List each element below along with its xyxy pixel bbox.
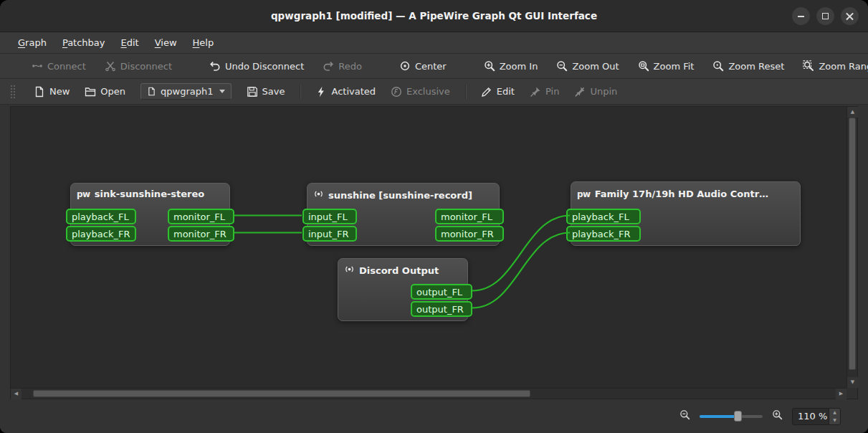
graph-canvas[interactable]: pw sink-sunshine-stereo playback_FL play…	[11, 107, 846, 388]
port-playback-fl[interactable]: playback_FL	[66, 209, 136, 224]
menu-item-help[interactable]: Help	[185, 32, 222, 53]
toolbar-handle[interactable]	[10, 85, 16, 99]
minimize-button[interactable]	[792, 7, 810, 25]
button-label: New	[49, 86, 70, 97]
undo-icon	[209, 60, 221, 72]
edit-toggle[interactable]: Edit	[481, 86, 515, 97]
scroll-down-button[interactable]: ▼	[847, 377, 858, 388]
port-output-fl[interactable]: output_FL	[411, 284, 472, 300]
port-input-fr[interactable]: input_FR	[302, 226, 357, 242]
button-label: Zoom Reset	[728, 61, 784, 72]
node-discord-output[interactable]: Discord Output output_FL output_FR	[338, 258, 468, 321]
vertical-scrollbar-thumb[interactable]	[849, 118, 856, 370]
button-label: Exclusive	[406, 86, 450, 97]
spin-up-button[interactable]: ▲	[829, 409, 840, 417]
zoom-fit-button[interactable]: Zoom Fit	[638, 60, 695, 72]
activated-toggle[interactable]: Activated	[315, 86, 376, 97]
zoom-slider-fill	[700, 415, 736, 418]
exclusive-icon	[391, 86, 402, 97]
zoom-range-icon	[803, 60, 814, 72]
node-header: pw sink-sunshine-stereo	[71, 184, 229, 199]
menu-label: iew	[161, 37, 176, 48]
vertical-scrollbar-track[interactable]	[847, 118, 857, 377]
node-title: Family 17h/19h HD Audio Contr…	[595, 189, 768, 199]
connections-layer	[11, 107, 846, 388]
zoom-out-icon[interactable]	[679, 409, 690, 423]
exclusive-toggle[interactable]: Exclusive	[391, 86, 450, 97]
node-sunshine-record[interactable]: sunshine [sunshine-record] input_FL inpu…	[307, 183, 500, 246]
port-input-fl[interactable]: input_FL	[302, 209, 357, 224]
horizontal-scrollbar[interactable]: ◀ ▶	[11, 388, 846, 399]
port-playback-fr[interactable]: playback_FR	[566, 226, 641, 242]
menu-label: H	[193, 37, 200, 48]
spin-down-button[interactable]: ▼	[829, 417, 840, 424]
port-playback-fr[interactable]: playback_FR	[66, 226, 136, 242]
save-icon	[247, 86, 258, 97]
horizontal-scrollbar-thumb[interactable]	[33, 390, 530, 397]
node-sink-sunshine-stereo[interactable]: pw sink-sunshine-stereo playback_FL play…	[70, 183, 230, 246]
maximize-button[interactable]	[816, 7, 834, 25]
connect-button[interactable]: Connect	[32, 60, 86, 72]
redo-icon	[323, 60, 334, 72]
menu-bar: Graph Patchbay Edit View Help	[0, 32, 868, 54]
button-label: Unpin	[590, 86, 617, 97]
patchbay-selector-combo[interactable]: qpwgraph1	[140, 83, 231, 100]
unpin-icon	[574, 86, 586, 97]
menu-label: E	[121, 37, 127, 48]
port-monitor-fl[interactable]: monitor_FL	[435, 209, 504, 224]
port-monitor-fr[interactable]: monitor_FR	[168, 226, 234, 242]
node-header: pw Family 17h/19h HD Audio Contr…	[571, 182, 800, 199]
new-patchbay-button[interactable]: New	[34, 86, 70, 97]
pin-icon	[530, 86, 541, 97]
save-patchbay-button[interactable]: Save	[247, 86, 285, 97]
menu-label: G	[18, 37, 25, 48]
button-label: Zoom Out	[572, 61, 619, 72]
title-bar[interactable]: qpwgraph1 [modified] — A PipeWire Graph …	[0, 0, 868, 32]
zoom-in-button[interactable]: Zoom In	[484, 60, 538, 72]
open-patchbay-button[interactable]: Open	[85, 86, 125, 97]
zoom-slider[interactable]	[700, 411, 763, 422]
disconnect-button[interactable]: Disconnect	[105, 60, 172, 72]
zoom-value[interactable]: 110 %	[793, 409, 829, 424]
zoom-in-icon[interactable]	[772, 409, 783, 423]
center-button[interactable]: Center	[399, 60, 447, 72]
port-monitor-fl[interactable]: monitor_FL	[168, 209, 234, 224]
button-label: Disconnect	[120, 61, 172, 72]
vertical-scrollbar[interactable]: ▲ ▼	[846, 107, 857, 388]
center-icon	[399, 60, 411, 72]
pipewire-icon: pw	[77, 189, 90, 199]
zoom-reset-button[interactable]: Zoom Reset	[712, 60, 784, 72]
left-arrow-icon: ◀	[14, 391, 18, 396]
undo-disconnect-button[interactable]: Undo Disconnect	[209, 60, 304, 72]
menu-item-graph[interactable]: Graph	[10, 32, 54, 53]
port-playback-fl[interactable]: playback_FL	[566, 209, 641, 224]
scroll-left-button[interactable]: ◀	[11, 389, 22, 399]
zoom-spinbox[interactable]: 110 % ▲ ▼	[792, 408, 841, 425]
node-title: sunshine [sunshine-record]	[328, 190, 472, 201]
close-icon	[846, 12, 854, 20]
menu-item-view[interactable]: View	[147, 32, 185, 53]
menu-label: atchbay	[67, 37, 105, 48]
menu-item-edit[interactable]: Edit	[113, 32, 147, 53]
zoom-range-button[interactable]: Zoom Range	[803, 60, 868, 72]
unpin-button[interactable]: Unpin	[574, 86, 617, 97]
button-label: Redo	[338, 61, 362, 72]
record-icon	[344, 264, 355, 277]
button-label: Undo Disconnect	[225, 61, 304, 72]
spin-buttons: ▲ ▼	[829, 409, 840, 424]
menu-item-patchbay[interactable]: Patchbay	[54, 32, 113, 53]
node-family-hd-audio[interactable]: pw Family 17h/19h HD Audio Contr… playba…	[571, 181, 801, 246]
port-monitor-fr[interactable]: monitor_FR	[435, 226, 504, 242]
window-controls	[792, 7, 859, 25]
port-output-fr[interactable]: output_FR	[411, 301, 472, 317]
scroll-up-button[interactable]: ▲	[847, 107, 858, 118]
combo-value: qpwgraph1	[161, 86, 213, 97]
horizontal-scrollbar-track[interactable]	[22, 389, 836, 399]
zoom-out-button[interactable]: Zoom Out	[556, 60, 619, 72]
scroll-right-button[interactable]: ▶	[836, 389, 846, 399]
close-button[interactable]	[841, 7, 859, 25]
zoom-slider-handle[interactable]	[734, 411, 742, 422]
pin-button[interactable]: Pin	[530, 86, 559, 97]
button-label: Zoom Fit	[654, 61, 695, 72]
redo-button[interactable]: Redo	[323, 60, 362, 72]
